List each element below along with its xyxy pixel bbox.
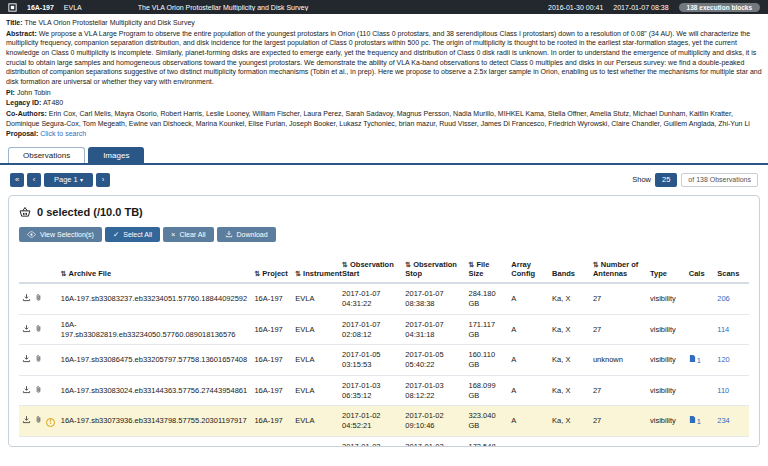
first-page-button[interactable]: « [10, 173, 24, 187]
download-button[interactable]: Download [217, 227, 276, 242]
table-row: 16A-197.sb33086475.eb33205797.57758.1360… [19, 345, 749, 376]
page-select[interactable]: Page 1 ▾ [44, 173, 93, 187]
column-header-obs_start[interactable]: ⇅Observation Start [339, 258, 402, 283]
column-label: Scans [717, 269, 739, 278]
column-header-file_size[interactable]: ⇅File Size [466, 258, 509, 283]
scans-link[interactable]: 114 [717, 325, 729, 334]
obs-start-cell: 2017-01-05 03:15:53 [339, 345, 402, 376]
array-config-cell: A [508, 375, 549, 406]
instrument-cell: EVLA [292, 283, 339, 314]
type-cell: visibility [647, 314, 686, 345]
column-header-project[interactable]: ⇅Project [251, 258, 292, 283]
obs-stop-cell: 2017-01-03 08:12:22 [402, 375, 465, 406]
row-link-button[interactable] [34, 385, 43, 397]
row-download-button[interactable] [22, 324, 31, 336]
column-header-antennas[interactable]: ⇅Number of Antennas [590, 258, 647, 283]
column-header-array_config: Array Config [508, 258, 549, 283]
row-link-button[interactable] [34, 354, 43, 366]
bands-cell: Ka, X [549, 283, 590, 314]
cal-file-icon [689, 446, 696, 447]
legacy-id-line: Legacy ID: AT480 [6, 98, 762, 108]
prev-page-button[interactable]: ‹ [27, 173, 41, 187]
cals-cell[interactable]: 1 [686, 345, 715, 376]
x-icon: × [171, 230, 175, 239]
type-cell: visibility [647, 436, 686, 447]
antennas-cell: unknown [590, 345, 647, 376]
antennas-cell: 27 [590, 314, 647, 345]
obs-start-cell: 2017-01-02 02:27:46 [339, 436, 402, 447]
row-link-button[interactable] [34, 324, 43, 336]
chevron-down-icon: ▾ [80, 177, 83, 183]
tab-images[interactable]: Images [88, 147, 144, 163]
warning-icon[interactable]: ! [46, 418, 55, 427]
select-all-button[interactable]: ✓ Select All [105, 227, 160, 242]
title-value: The VLA Orion Protostellar Multiplicity … [24, 19, 194, 26]
topbar: 16A-197 EVLA The VLA Orion Protostellar … [0, 0, 768, 14]
scans-link[interactable]: 120 [717, 355, 730, 364]
row-link-button[interactable] [34, 446, 43, 447]
sort-icon: ⇅ [469, 261, 475, 268]
antennas-cell: 27 [590, 375, 647, 406]
obs-start-cell: 2017-01-07 04:31:22 [339, 283, 402, 314]
file-size-cell: 160.110 GB [466, 345, 509, 376]
tab-observations[interactable]: Observations [8, 147, 85, 163]
legacy-id-label: Legacy ID: [6, 99, 41, 106]
row-download-button[interactable] [22, 446, 31, 447]
link-icon [34, 446, 43, 447]
row-actions-cell: ! [19, 406, 58, 437]
obs-stop-cell: 2017-01-02 09:10:46 [402, 406, 465, 437]
archive-file-cell: 16A-197.sb33083024.eb33144363.57756.2744… [58, 375, 252, 406]
title-line: Title: The VLA Orion Protostellar Multip… [6, 18, 762, 28]
cal-count: 1 [697, 356, 701, 365]
pi-label: PI: [6, 89, 15, 96]
column-header-scans: Scans [714, 258, 749, 283]
archive-file-cell: 16A-197.sb33082596.eb33143797.57755.1022… [58, 436, 252, 447]
cals-cell[interactable]: 1 [686, 436, 715, 447]
proposal-search-link[interactable]: Click to search [40, 130, 86, 137]
first-page-icon: « [15, 175, 19, 184]
next-page-icon: › [102, 175, 105, 184]
coauthors-label: Co-Authors: [6, 110, 47, 117]
bands-cell: Ka, X [549, 375, 590, 406]
scans-link[interactable]: 206 [717, 294, 730, 303]
instrument-cell: EVLA [292, 436, 339, 447]
cals-cell[interactable]: 1 [686, 406, 715, 437]
project-details: Title: The VLA Orion Protostellar Multip… [0, 14, 768, 142]
next-page-button[interactable]: › [96, 173, 110, 187]
row-link-button[interactable] [34, 293, 43, 305]
link-icon [34, 415, 43, 424]
row-download-button[interactable] [22, 415, 31, 427]
obs-start-cell: 2017-01-02 04:52:21 [339, 406, 402, 437]
scans-link[interactable]: 110 [717, 386, 729, 395]
total-observations: of 138 Observations [681, 173, 758, 187]
instrument-cell: EVLA [292, 345, 339, 376]
cals-cell [686, 283, 715, 314]
column-header-obs_stop[interactable]: ⇅Observation Stop [402, 258, 465, 283]
file-size-cell: 323.040 GB [466, 406, 509, 437]
column-header-instrument[interactable]: ⇅Instrument [292, 258, 339, 283]
row-download-button[interactable] [22, 354, 31, 366]
column-label: Observation Stop [405, 260, 457, 278]
clear-all-label: Clear All [179, 231, 205, 238]
scans-link[interactable]: 234 [717, 416, 730, 425]
page-size-select[interactable]: 25 [655, 173, 677, 187]
row-link-button[interactable] [34, 415, 43, 427]
app-icon[interactable] [8, 3, 17, 12]
column-label: Project [262, 269, 287, 278]
column-label: Cals [689, 269, 705, 278]
page-label: Page 1 [54, 175, 78, 184]
icons-column-header [19, 258, 58, 283]
array-config-cell: A [508, 345, 549, 376]
pagination-bar: « ‹ Page 1 ▾ › Show 25 of 138 Observatio… [0, 165, 768, 191]
view-selections-label: View Selection(s) [40, 231, 94, 238]
abstract-text: We propose a VLA Large Program to observ… [6, 30, 762, 85]
project-cell: 16A-197 [251, 406, 292, 437]
row-download-button[interactable] [22, 385, 31, 397]
download-icon [22, 415, 31, 424]
row-download-button[interactable] [22, 293, 31, 305]
cal-file-icon [689, 354, 696, 363]
column-header-archive_file[interactable]: ⇅Archive File [58, 258, 252, 283]
view-selections-button[interactable]: View Selection(s) [19, 227, 102, 242]
clear-all-button[interactable]: × Clear All [163, 227, 213, 242]
download-label: Download [237, 231, 268, 238]
